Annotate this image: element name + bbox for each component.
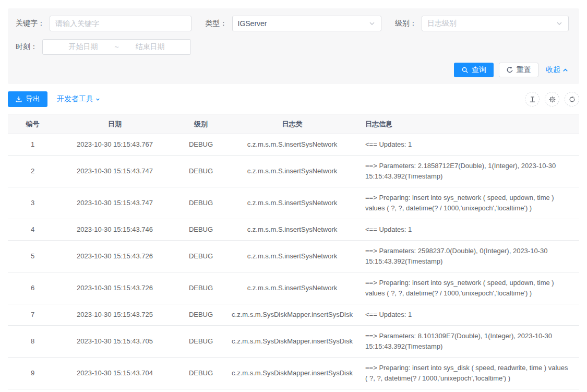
reset-button-label: 重置 <box>517 65 531 75</box>
cell-id: 2 <box>8 156 57 187</box>
search-icon <box>461 66 469 74</box>
cell-log-class: c.z.m.s.m.SysDiskMapper.insertSysDisk <box>230 389 355 392</box>
cell-log-class: c.z.m.s.m.S.insertSysNetwork <box>230 241 355 272</box>
cell-level: DEBUG <box>172 358 230 389</box>
table-row: 82023-10-30 15:15:43.705DEBUGc.z.m.s.m.S… <box>8 326 579 358</box>
cell-msg: ==> Parameters: 2.1858712E7(Double), 1(I… <box>355 156 579 187</box>
refresh-icon <box>568 96 576 103</box>
keyword-field-group: 关键字： <box>16 16 191 31</box>
dev-tools-dropdown[interactable]: 开发者工具 <box>57 94 101 104</box>
cell-level: DEBUG <box>172 156 230 187</box>
cell-id: 7 <box>8 304 57 326</box>
chevron-down-icon <box>556 20 563 27</box>
cell-id: 1 <box>8 134 57 156</box>
cell-msg: <== Updates: 1 <box>355 219 579 241</box>
cell-level: DEBUG <box>172 272 230 304</box>
cell-log-class: c.z.m.s.m.S.insertSysNetwork <box>230 272 355 304</box>
cell-level: DEBUG <box>172 241 230 272</box>
dev-tools-label: 开发者工具 <box>57 94 93 104</box>
time-label: 时刻： <box>16 42 38 52</box>
cell-log-class: c.z.m.s.m.SysDiskMapper.insertSysDisk <box>230 304 355 326</box>
end-date-placeholder: 结束日期 <box>123 42 177 52</box>
cell-id: 5 <box>8 241 57 272</box>
cell-date: 2023-10-30 15:15:43.704 <box>57 389 172 392</box>
refresh-button[interactable] <box>565 92 579 106</box>
cell-date: 2023-10-30 15:15:43.767 <box>57 134 172 156</box>
cell-msg: ==> Parameters: 8.101309E7(Double), 1(In… <box>355 326 579 358</box>
keyword-label: 关键字： <box>16 19 45 28</box>
collapse-label: 收起 <box>546 65 560 75</box>
cell-level: DEBUG <box>172 134 230 156</box>
level-select[interactable]: 日志级别 <box>422 16 569 31</box>
cell-msg: ==> Preparing: insert into sys_network (… <box>355 272 579 304</box>
gear-icon <box>548 96 556 103</box>
cell-level: DEBUG <box>172 304 230 326</box>
keyword-input[interactable] <box>50 16 191 31</box>
text-size-icon <box>529 96 536 103</box>
log-table: 编号 日期 级别 日志类 日志信息 12023-10-30 15:15:43.7… <box>8 114 579 392</box>
table-row: 12023-10-30 15:15:43.767DEBUGc.z.m.s.m.S… <box>8 134 579 156</box>
table-row: 52023-10-30 15:15:43.726DEBUGc.z.m.s.m.S… <box>8 241 579 272</box>
cell-level: DEBUG <box>172 219 230 241</box>
cell-id: 4 <box>8 219 57 241</box>
cell-level: DEBUG <box>172 187 230 219</box>
cell-msg: <== Updates: 1 <box>355 304 579 326</box>
level-select-placeholder: 日志级别 <box>427 19 457 28</box>
col-header-log-class: 日志类 <box>230 114 355 134</box>
chevron-down-icon <box>94 96 101 103</box>
cell-id: 6 <box>8 272 57 304</box>
table-row: 22023-10-30 15:15:43.747DEBUGc.z.m.s.m.S… <box>8 156 579 187</box>
cell-log-class: c.z.m.s.m.S.insertSysNetwork <box>230 134 355 156</box>
settings-button[interactable] <box>545 92 559 106</box>
level-label: 级别： <box>395 19 417 28</box>
cell-id: 8 <box>8 326 57 358</box>
log-table-body: 12023-10-30 15:15:43.767DEBUGc.z.m.s.m.S… <box>8 134 579 392</box>
download-icon <box>15 96 22 103</box>
reset-icon <box>506 66 513 74</box>
cell-msg: ==> Preparing: insert into sys_disk ( sp… <box>355 358 579 389</box>
cell-level: DEBUG <box>172 326 230 358</box>
reset-button[interactable]: 重置 <box>499 63 538 77</box>
time-field-group: 时刻： 开始日期 ~ 结束日期 <box>16 39 191 55</box>
type-select[interactable]: IGServer <box>232 16 381 31</box>
cell-date: 2023-10-30 15:15:43.746 <box>57 219 172 241</box>
chevron-up-icon <box>562 67 569 74</box>
type-select-value: IGServer <box>238 19 267 28</box>
col-header-message: 日志信息 <box>355 114 579 134</box>
search-filter-panel: 关键字： 类型： IGServer 级别： 日志级别 时刻： 开始日期 ~ 结束… <box>8 8 579 84</box>
table-row: 62023-10-30 15:15:43.726DEBUGc.z.m.s.m.S… <box>8 272 579 304</box>
table-tools <box>525 92 579 106</box>
cell-log-class: c.z.m.s.m.SysDiskMapper.insertSysDisk <box>230 326 355 358</box>
date-range-input[interactable]: 开始日期 ~ 结束日期 <box>42 39 191 55</box>
date-range-separator: ~ <box>111 43 123 51</box>
cell-date: 2023-10-30 15:15:43.747 <box>57 187 172 219</box>
export-button[interactable]: 导出 <box>8 91 47 107</box>
cell-id: 9 <box>8 358 57 389</box>
export-button-label: 导出 <box>26 94 40 104</box>
collapse-toggle[interactable]: 收起 <box>546 65 569 75</box>
cell-date: 2023-10-30 15:15:43.747 <box>57 156 172 187</box>
cell-date: 2023-10-30 15:15:43.726 <box>57 241 172 272</box>
type-field-group: 类型： IGServer <box>206 16 381 31</box>
col-header-date: 日期 <box>57 114 172 134</box>
col-header-id: 编号 <box>8 114 57 134</box>
chevron-down-icon <box>368 20 376 27</box>
col-header-level: 级别 <box>172 114 230 134</box>
log-table-header: 编号 日期 级别 日志类 日志信息 <box>8 114 579 134</box>
cell-id: 3 <box>8 187 57 219</box>
cell-msg: ==> Parameters: 2598237.0(Double), 0(Int… <box>355 241 579 272</box>
cell-msg: <== Updates: 1 <box>355 134 579 156</box>
search-button[interactable]: 查询 <box>454 63 494 77</box>
text-size-button[interactable] <box>525 92 540 106</box>
cell-level: DEBUG <box>172 389 230 392</box>
search-button-label: 查询 <box>472 65 486 75</box>
start-date-placeholder: 开始日期 <box>56 42 111 52</box>
table-row: 32023-10-30 15:15:43.747DEBUGc.z.m.s.m.S… <box>8 187 579 219</box>
cell-msg: ==> Preparing: insert into sys_network (… <box>355 187 579 219</box>
cell-date: 2023-10-30 15:15:43.726 <box>57 272 172 304</box>
cell-msg: <== Updates: 1 <box>355 389 579 392</box>
cell-log-class: c.z.m.s.m.S.insertSysNetwork <box>230 187 355 219</box>
cell-date: 2023-10-30 15:15:43.704 <box>57 358 172 389</box>
table-toolbar: 导出 开发者工具 <box>8 91 579 107</box>
table-row: 102023-10-30 15:15:43.704DEBUGc.z.m.s.m.… <box>8 389 579 392</box>
